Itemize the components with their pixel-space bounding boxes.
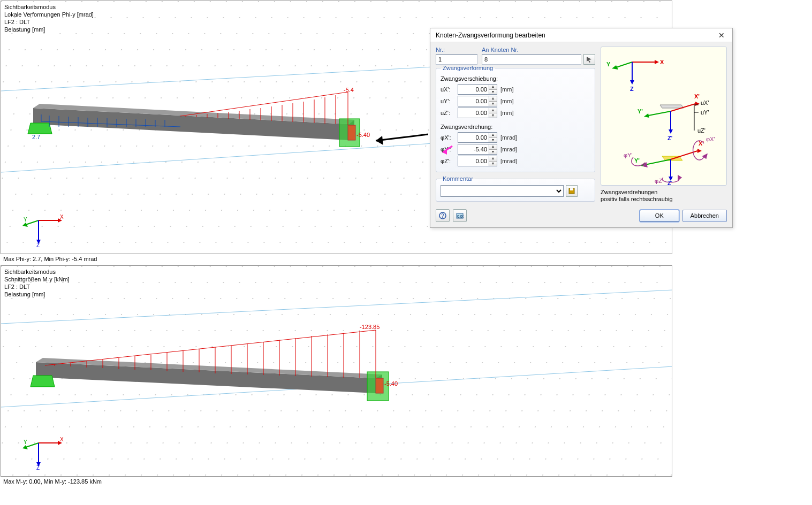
svg-line-42 <box>26 220 39 225</box>
svg-marker-101 <box>630 80 634 85</box>
svg-line-108 <box>648 111 671 116</box>
svg-text:Z: Z <box>36 465 40 470</box>
overlay-text-1: Sichtbarkeitsmodus Lokale Verformungen P… <box>4 3 94 33</box>
axis-diagram: X Y Z X' uX' Y' <box>601 47 727 186</box>
phix-input[interactable] <box>458 132 489 143</box>
svg-text:X': X' <box>694 93 700 100</box>
close-icon[interactable]: ✕ <box>711 28 732 42</box>
diagram-hint: Zwangsverdrehungen positiv falls rechtss… <box>601 189 727 203</box>
at-node-input[interactable] <box>482 54 581 65</box>
phiy-spinner[interactable]: ▲▼ <box>458 144 497 155</box>
spin-up-icon[interactable]: ▲ <box>489 85 497 89</box>
svg-text:Z: Z <box>36 242 40 247</box>
nr-input[interactable] <box>436 54 477 65</box>
svg-text:uX': uX' <box>701 100 709 106</box>
scene-3d-2 <box>1 266 672 477</box>
dialog-title: Knoten-Zwangsverformung bearbeiten <box>436 32 711 39</box>
svg-text:Y': Y' <box>634 157 640 164</box>
value-label-moment: -123.85 <box>360 324 380 330</box>
dialog-nodal-deformation: Knoten-Zwangsverformung bearbeiten ✕ Nr.… <box>430 28 733 228</box>
svg-rect-93 <box>570 188 573 190</box>
footer-stat-1: Max Phi-y: 2.7, Min Phi-y: -5.4 mrad <box>3 256 809 262</box>
svg-text:Z': Z' <box>667 180 673 186</box>
svg-text:Y: Y <box>606 61 611 67</box>
svg-text:Y: Y <box>24 439 27 445</box>
svg-text:φY': φY' <box>624 152 633 158</box>
pick-node-button[interactable] <box>583 54 595 65</box>
value-label-node-rot: -5.40 <box>356 132 370 138</box>
uy-spinner[interactable]: ▲▼ <box>458 96 497 106</box>
svg-marker-95 <box>655 60 659 64</box>
svg-line-123 <box>645 159 671 165</box>
units-button[interactable]: 0.00 <box>453 209 467 222</box>
rot-sublabel: Zwangsverdrehung: <box>441 124 590 130</box>
svg-marker-54 <box>31 376 55 387</box>
svg-text:X: X <box>660 59 664 65</box>
phiz-spinner[interactable]: ▲▼ <box>458 156 497 166</box>
value-label-pos: 2.7 <box>32 134 40 140</box>
svg-text:uZ': uZ' <box>697 127 705 134</box>
svg-text:Y: Y <box>24 217 27 223</box>
svg-text:X: X <box>60 437 64 442</box>
svg-text:Z: Z <box>630 86 634 92</box>
footer-stat-2: Max M-y: 0.00, Min M-y: -123.85 kNm <box>3 478 809 485</box>
svg-marker-131 <box>678 175 681 180</box>
phiy-input[interactable] <box>458 144 489 155</box>
dialog-titlebar[interactable]: Knoten-Zwangsverformung bearbeiten ✕ <box>430 28 732 42</box>
units-icon: 0.00 <box>456 212 464 219</box>
svg-text:uY': uY' <box>701 109 709 116</box>
svg-text:?: ? <box>441 213 444 219</box>
group-comment: Kommentar <box>436 175 595 202</box>
ux-input[interactable] <box>458 84 489 95</box>
uy-input[interactable] <box>458 96 489 106</box>
help-icon: ? <box>439 212 446 219</box>
svg-marker-103 <box>660 105 684 108</box>
disp-sublabel: Zwangsverschiebung: <box>441 75 590 82</box>
save-icon <box>568 188 575 194</box>
svg-text:Y': Y' <box>638 108 643 114</box>
value-label-node-rot-2: -5.40 <box>384 380 398 387</box>
svg-text:X: X <box>60 214 64 220</box>
overlay-text-2: Sichtbarkeitsmodus Schnittgrößen M-y [kN… <box>4 268 70 298</box>
help-button[interactable]: ? <box>436 209 450 222</box>
pick-icon <box>586 56 593 63</box>
uz-spinner[interactable]: ▲▼ <box>458 108 497 118</box>
svg-marker-113 <box>669 129 673 134</box>
svg-text:0.00: 0.00 <box>457 215 464 218</box>
svg-marker-130 <box>643 163 647 167</box>
svg-line-97 <box>616 62 632 67</box>
support-left <box>28 123 52 134</box>
svg-rect-56 <box>376 378 383 393</box>
ok-button[interactable]: OK <box>640 210 679 222</box>
spin-down-icon[interactable]: ▼ <box>489 89 497 94</box>
at-node-label: An Knoten Nr. <box>482 47 595 53</box>
comment-combo[interactable] <box>441 185 564 197</box>
support-right-inner <box>348 125 355 140</box>
axes-triad-1: X Y Z <box>22 204 65 247</box>
value-label-max-neg: -5.4 <box>344 87 354 93</box>
svg-text:φX': φX' <box>706 136 715 142</box>
svg-line-82 <box>26 443 39 447</box>
svg-marker-109 <box>644 113 649 118</box>
uz-input[interactable] <box>458 108 489 118</box>
group-deformation: Zwangsverformung Zwangsverschiebung: uX'… <box>436 65 595 172</box>
phiz-input[interactable] <box>458 156 489 166</box>
svg-marker-121 <box>697 149 702 153</box>
cancel-button[interactable]: Abbrechen <box>682 210 727 222</box>
svg-marker-105 <box>695 102 700 106</box>
nr-label: Nr.: <box>436 47 477 53</box>
axis-diagram-panel: X Y Z X' uX' Y' <box>601 47 727 186</box>
phix-spinner[interactable]: ▲▼ <box>458 132 497 143</box>
save-comment-button[interactable] <box>566 185 578 197</box>
svg-text:φZ': φZ' <box>655 178 663 184</box>
svg-text:Z': Z' <box>667 135 673 141</box>
ux-spinner[interactable]: ▲▼ <box>458 84 497 95</box>
viewport-moment[interactable]: Sichtbarkeitsmodus Schnittgrößen M-y [kN… <box>1 265 672 477</box>
axes-triad-2: X Y Z <box>22 427 65 470</box>
